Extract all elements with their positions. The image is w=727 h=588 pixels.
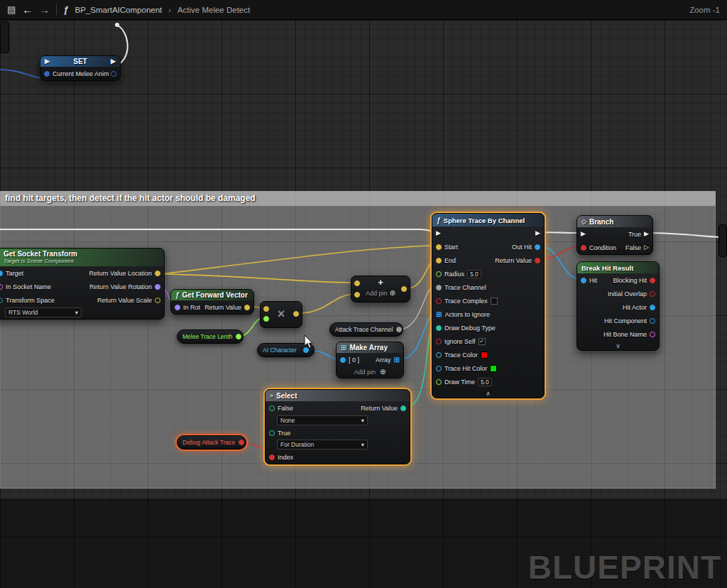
breadcrumb-separator: › — [168, 6, 171, 14]
trace-hit-color-pin[interactable] — [436, 366, 442, 371]
var-debug-attack-trace[interactable]: Debug Attack Trace — [177, 435, 246, 450]
trace-complex-checkbox[interactable] — [491, 298, 498, 305]
return-rotation-pin[interactable] — [155, 284, 160, 290]
hit-component-pin[interactable] — [650, 318, 655, 324]
trace-hit-color-swatch[interactable] — [490, 365, 497, 372]
pin-label: Target — [6, 270, 23, 277]
exec-in-pin[interactable]: ▶ — [436, 230, 441, 236]
ignore-self-checkbox[interactable]: ✓ — [479, 338, 486, 345]
var-melee-trace-lenth[interactable]: Melee Trace Lenth — [177, 330, 244, 344]
socket-name-pin[interactable] — [0, 284, 3, 290]
return-value-pin[interactable] — [244, 305, 250, 310]
node-set-current-melee-anim[interactable]: ▶ SET ▶ Current Melee Anim — [40, 55, 121, 81]
element-0-pin[interactable] — [340, 357, 346, 363]
back-button[interactable]: ← — [22, 4, 33, 16]
node-title: Branch — [589, 218, 613, 226]
end-pin[interactable] — [436, 258, 442, 263]
true-exec-pin[interactable]: ▶ — [644, 231, 649, 237]
false-exec-pin[interactable]: ▷ — [644, 244, 649, 251]
hit-bone-name-pin[interactable] — [650, 332, 655, 337]
collapse-chevron-icon[interactable]: ∧ — [486, 390, 491, 397]
node-break-hit-result[interactable]: Break Hit Result Hit Blocking Hit Initia… — [576, 261, 660, 351]
target-pin[interactable] — [0, 271, 3, 276]
transform-space-dropdown[interactable]: RTS World ▾ — [5, 307, 82, 317]
pin-label: Actors to Ignore — [444, 311, 490, 318]
trace-color-pin[interactable] — [436, 352, 442, 358]
float-out-pin[interactable] — [236, 334, 241, 339]
index-pin[interactable] — [269, 454, 275, 460]
trace-channel-pin[interactable] — [436, 285, 442, 290]
multiply-icon: × — [261, 307, 302, 322]
transform-space-pin[interactable] — [0, 298, 3, 303]
function-icon: ƒ — [175, 291, 180, 299]
zoom-level: Zoom -1 — [689, 6, 720, 14]
in-rot-pin[interactable] — [175, 305, 180, 310]
true-option-pin[interactable] — [269, 430, 275, 436]
forward-button[interactable]: → — [39, 4, 50, 16]
trace-complex-pin[interactable] — [436, 298, 442, 304]
window-icon[interactable]: ▤ — [7, 5, 16, 14]
node-header: ⊞ Make Array — [337, 342, 403, 353]
pin-label: True — [628, 231, 641, 238]
var-attack-trace-channel[interactable]: Attack Trace Channel — [329, 322, 403, 337]
draw-debug-type-pin[interactable] — [436, 325, 442, 331]
node-sphere-trace-by-channel[interactable]: ƒ Sphere Trace By Channel ▶ ▶ Start Out … — [432, 213, 545, 398]
node-select[interactable]: » Select False Return Value None ▾ True … — [265, 389, 410, 464]
radius-value-input[interactable]: 5.0 — [467, 270, 481, 278]
blueprint-watermark: BLUEPRINT — [528, 548, 721, 587]
pin-label: Return Value — [361, 405, 398, 412]
array-out-pin[interactable]: ⊞ — [394, 356, 400, 364]
node-branch[interactable]: ◇ Branch ▶ True ▶ Condition False ▷ — [576, 215, 653, 255]
false-value-dropdown[interactable]: None ▾ — [277, 415, 368, 425]
node-get-socket-transform[interactable]: Get Socket Transform Target is Scene Com… — [0, 248, 165, 320]
start-pin[interactable] — [436, 244, 442, 250]
node-subtitle: Target is Scene Component — [4, 258, 160, 264]
trace-color-swatch[interactable] — [481, 352, 488, 359]
node-offscreen-left[interactable] — [0, 21, 9, 53]
pin-label: Hit Actor — [623, 304, 647, 311]
ignore-self-pin[interactable] — [436, 339, 442, 344]
bool-out-pin[interactable] — [239, 440, 244, 445]
radius-pin[interactable] — [436, 271, 442, 277]
add-pin-label[interactable]: Add pin — [366, 290, 388, 297]
return-scale-pin[interactable] — [155, 298, 160, 303]
return-value-pin[interactable] — [535, 258, 540, 263]
blocking-hit-pin[interactable] — [650, 278, 655, 283]
condition-pin[interactable] — [581, 245, 586, 251]
expand-chevron-icon[interactable]: ∨ — [616, 342, 621, 349]
exec-out-pin[interactable]: ▶ — [111, 58, 116, 65]
add-pin-icon[interactable]: ⊕ — [390, 290, 395, 297]
node-title: Break Hit Result — [581, 264, 633, 272]
false-option-pin[interactable] — [269, 405, 275, 411]
node-make-array[interactable]: ⊞ Make Array [ 0 ] Array ⊞ Add pin ⊕ — [336, 342, 404, 379]
pin-label: Draw Debug Type — [444, 325, 496, 332]
out-hit-pin[interactable] — [535, 244, 540, 250]
return-value-pin[interactable] — [400, 405, 406, 411]
breadcrumb-root[interactable]: BP_SmartAIComponent — [75, 6, 163, 14]
add-pin-label[interactable]: Add pin — [354, 369, 376, 376]
add-pin-icon[interactable]: ⊕ — [380, 369, 386, 376]
function-icon: ƒ — [437, 217, 441, 224]
anim-input-pin[interactable] — [44, 71, 50, 77]
anim-output-pin[interactable] — [111, 71, 116, 77]
node-multiply[interactable]: × — [260, 301, 302, 328]
breadcrumb-current[interactable]: Active Melee Detect — [177, 6, 250, 14]
return-location-pin[interactable] — [155, 271, 160, 276]
node-offscreen-right[interactable] — [718, 224, 727, 257]
hit-actor-pin[interactable] — [650, 305, 655, 310]
enum-out-pin[interactable] — [396, 327, 402, 332]
node-get-forward-vector[interactable]: ƒ Get Forward Vector In Rot Return Value — [170, 289, 254, 315]
node-add[interactable]: + Add pin ⊕ — [351, 276, 410, 303]
exec-out-pin[interactable]: ▶ — [535, 230, 540, 236]
variable-label: Debug Attack Trace — [182, 439, 235, 446]
draw-time-pin[interactable] — [436, 379, 442, 385]
exec-in-pin[interactable]: ▶ — [581, 231, 586, 237]
exec-in-pin[interactable]: ▶ — [45, 58, 50, 65]
actors-to-ignore-pin[interactable]: ⊞ — [436, 311, 442, 318]
hit-pin[interactable] — [581, 278, 586, 283]
draw-time-value-input[interactable]: 5.0 — [478, 378, 492, 386]
function-icon: ƒ — [63, 4, 68, 15]
true-value-dropdown[interactable]: For Duration ▾ — [277, 440, 368, 450]
initial-overlap-pin[interactable] — [650, 291, 655, 297]
comment-title-bar[interactable]: find hit targets, then detect if the hit… — [0, 191, 716, 206]
